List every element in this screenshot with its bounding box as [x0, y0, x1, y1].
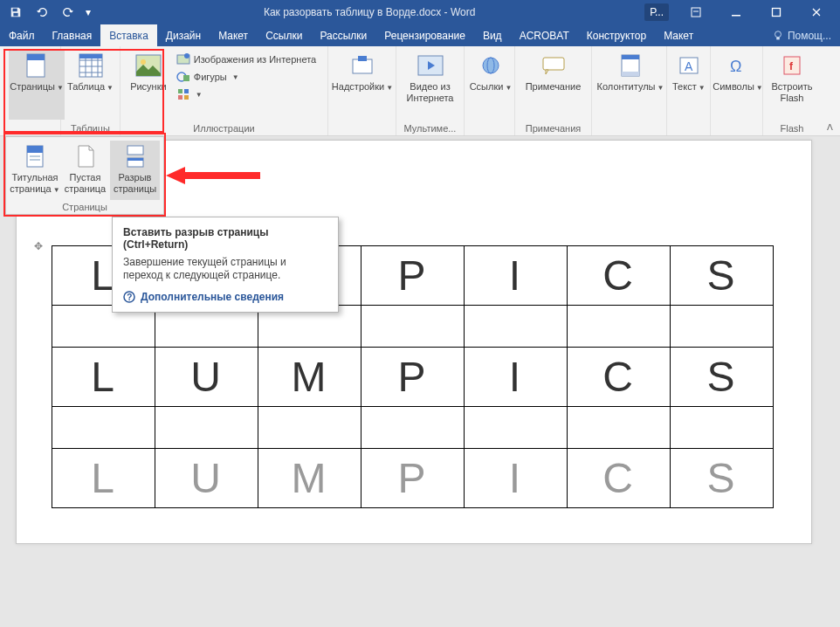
table-cell[interactable] — [258, 407, 361, 449]
close-icon[interactable] — [796, 0, 837, 24]
table-cell[interactable] — [568, 306, 671, 348]
links-button[interactable]: Ссылки▼ — [468, 50, 513, 120]
tab-insert[interactable]: Вставка — [100, 24, 157, 46]
table-cell[interactable]: C — [568, 449, 671, 508]
pictures-button[interactable]: Рисунки — [124, 50, 173, 120]
online-pictures-label: Изображения из Интернета — [194, 54, 316, 65]
tooltip-help-link[interactable]: ? Дополнительные сведения — [123, 291, 327, 303]
symbols-button[interactable]: Ω Символы▼ — [714, 50, 761, 120]
table-cell[interactable] — [52, 407, 155, 449]
maximize-icon[interactable] — [756, 0, 796, 24]
svg-point-24 — [483, 58, 499, 73]
pages-label: Страницы — [10, 81, 55, 92]
table-cell[interactable]: U — [155, 348, 258, 407]
table-cell[interactable]: M — [258, 348, 361, 407]
table-row: L U M P I C S — [52, 348, 774, 407]
addins-icon — [348, 52, 376, 79]
tab-references[interactable]: Ссылки — [257, 24, 311, 46]
table-cell[interactable] — [361, 306, 465, 348]
tab-file[interactable]: Файл — [0, 24, 44, 46]
tooltip-body: Завершение текущей страницы и переход к … — [123, 256, 327, 282]
table-cell[interactable] — [671, 306, 774, 348]
table-button[interactable]: Таблица▼ — [65, 50, 116, 120]
table-cell[interactable]: S — [671, 246, 774, 306]
table-cell[interactable]: L — [52, 449, 155, 508]
table-cell[interactable]: M — [258, 449, 361, 508]
table-cell[interactable] — [671, 407, 774, 449]
document-title: Как разорвать таблицу в Ворде.docx - Wor… — [94, 6, 644, 18]
tab-acrobat[interactable]: ACROBAT — [511, 24, 578, 46]
tab-view[interactable]: Вид — [474, 24, 511, 46]
embed-flash-button[interactable]: f Встроить Flash — [767, 50, 817, 120]
cover-page-button[interactable]: Титульная страница▼ — [10, 141, 60, 200]
comment-button[interactable]: Примечание — [519, 50, 588, 120]
window-controls — [676, 0, 837, 24]
shapes-label: Фигуры — [194, 72, 227, 82]
tab-home[interactable]: Главная — [44, 24, 101, 46]
tab-design[interactable]: Дизайн — [157, 24, 210, 46]
blank-page-label: Пустая страница — [62, 172, 108, 195]
tab-review[interactable]: Рецензирование — [375, 24, 474, 46]
table-cell[interactable] — [361, 407, 465, 449]
table-cell[interactable]: I — [465, 246, 568, 306]
table-cell[interactable]: I — [465, 449, 568, 508]
table-cell[interactable] — [568, 407, 671, 449]
minimize-icon[interactable] — [716, 0, 756, 24]
table-cell[interactable]: C — [568, 348, 671, 407]
table-icon — [77, 52, 105, 79]
text-button[interactable]: A Текст▼ — [671, 50, 707, 120]
pages-button[interactable]: Страницы▼ — [9, 50, 65, 120]
online-pictures-button[interactable]: Изображения из Интернета — [173, 52, 324, 67]
more-illustrations-button[interactable]: ▼ — [173, 86, 324, 102]
shapes-button[interactable]: Фигуры▼ — [173, 69, 324, 85]
svg-rect-1 — [13, 13, 17, 17]
text-icon: A — [675, 52, 703, 79]
comment-label: Примечание — [526, 81, 582, 93]
blank-page-button[interactable]: Пустая страница — [60, 141, 110, 200]
table-cell[interactable]: U — [155, 449, 258, 508]
user-account-chip[interactable]: Р... — [644, 3, 669, 21]
online-video-button[interactable]: Видео из Интернета — [400, 50, 460, 120]
redo-icon[interactable] — [56, 2, 80, 23]
undo-icon[interactable] — [30, 2, 54, 23]
media-group-label: Мультиме... — [396, 123, 464, 134]
svg-text:A: A — [685, 59, 693, 73]
table-cell[interactable]: P — [361, 449, 465, 508]
table-anchor-icon[interactable]: ✥ — [34, 240, 43, 252]
page-break-button[interactable]: Разрыв страницы — [110, 141, 160, 200]
svg-rect-39 — [127, 146, 143, 155]
table-cell[interactable]: S — [671, 449, 774, 508]
save-icon[interactable] — [3, 2, 28, 23]
tab-table-layout[interactable]: Макет — [655, 24, 702, 46]
table-cell[interactable]: L — [52, 348, 155, 407]
tab-layout[interactable]: Макет — [210, 24, 257, 46]
table-cell[interactable]: P — [361, 348, 465, 407]
svg-rect-17 — [178, 89, 182, 93]
table-cell[interactable]: S — [671, 348, 774, 407]
ribbon-options-icon[interactable] — [676, 0, 716, 24]
table-cell[interactable] — [465, 306, 568, 348]
qat-customize-icon[interactable]: ▾ — [82, 2, 94, 23]
blank-page-icon — [72, 142, 100, 170]
tab-mailings[interactable]: Рассылки — [311, 24, 375, 46]
table-cell[interactable] — [465, 407, 568, 449]
svg-rect-0 — [13, 9, 17, 12]
svg-rect-21 — [353, 59, 372, 73]
svg-point-12 — [141, 59, 146, 65]
tab-table-design[interactable]: Конструктор — [578, 24, 655, 46]
addins-button[interactable]: Надстройки▼ — [332, 50, 393, 120]
ribbon-insert: Страницы▼ Таблица▼ Таблицы Рисунки Изобр… — [0, 46, 840, 136]
table-cell[interactable] — [155, 407, 258, 449]
header-footer-button[interactable]: Колонтитулы▼ — [596, 50, 665, 120]
help-icon: ? — [123, 291, 135, 303]
table-cell[interactable]: C — [568, 246, 671, 306]
user-initial: Р... — [650, 6, 664, 18]
table-cell[interactable]: I — [465, 348, 568, 407]
collapse-ribbon-icon[interactable]: ᐱ — [823, 121, 837, 134]
text-label: Текст — [672, 81, 697, 92]
quick-access-toolbar: ▾ — [3, 2, 94, 23]
table-cell[interactable]: P — [361, 246, 465, 306]
cover-page-label: Титульная страница — [10, 172, 58, 194]
flash-label: Встроить Flash — [768, 81, 816, 104]
tell-me-search[interactable]: Помощ... — [763, 24, 840, 46]
